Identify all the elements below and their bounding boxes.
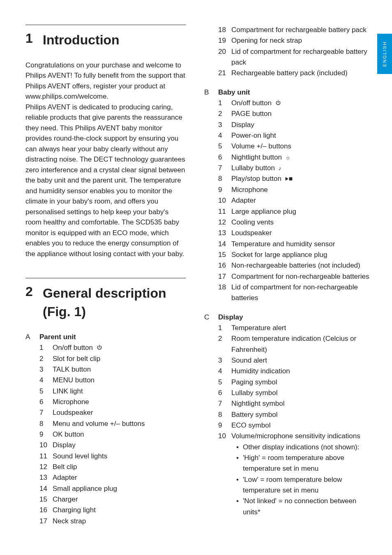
list-item: 9ECO symbol xyxy=(218,420,371,431)
music-note-icon: ♪ xyxy=(279,165,281,171)
list-item: 13Adapter xyxy=(39,472,193,483)
group-letter: B xyxy=(204,87,218,98)
group-a-header: A Parent unit xyxy=(25,332,193,342)
item-number: 3 xyxy=(218,120,231,130)
list-item: 7Lullaby button ♪ xyxy=(218,163,371,173)
item-text: TALK button xyxy=(53,364,193,375)
section-title: Introduction xyxy=(43,31,193,49)
list-item: 8Menu and volume +/– buttons xyxy=(39,419,193,429)
item-text: Nightlight button ☼ xyxy=(231,152,371,163)
item-number: 4 xyxy=(218,366,231,377)
item-text: Loudspeaker xyxy=(53,407,193,418)
list-item: 7Loudspeaker xyxy=(39,407,193,418)
section-2-heading: 2 General description (Fig. 1) xyxy=(25,284,193,321)
list-item: 10Volume/microphone sensitivity indicati… xyxy=(218,431,371,442)
item-text: On/off button xyxy=(53,342,193,353)
section-number: 1 xyxy=(25,31,43,49)
svg-marker-0 xyxy=(285,177,288,181)
item-number: 8 xyxy=(218,409,231,420)
list-item: 16Non-rechargeable batteries (not includ… xyxy=(218,260,371,271)
item-text: Charger xyxy=(53,494,193,505)
list-item: 3Display xyxy=(218,120,371,130)
list-item: 5LINK light xyxy=(39,386,193,397)
item-text: Rechargeable battery pack (included) xyxy=(231,68,371,79)
list-item: 18Lid of compartment for non-rechargeabl… xyxy=(218,282,371,304)
item-text: Lid of compartment for non-rechargeable … xyxy=(231,282,371,304)
item-text: Slot for belt clip xyxy=(53,354,193,364)
list-item: 5Paging symbol xyxy=(218,377,371,388)
list-item: 12Cooling vents xyxy=(218,217,371,228)
item-number: 10 xyxy=(218,431,231,442)
bullet-item: •Other display indications (not shown): xyxy=(232,442,371,453)
item-number: 17 xyxy=(218,271,231,282)
group-letter: C xyxy=(204,312,218,323)
group-a-items: 1On/off button 2Slot for belt clip3TALK … xyxy=(25,342,193,527)
item-text: Neck strap xyxy=(53,516,193,527)
item-text: Adapter xyxy=(53,472,193,483)
item-number: 13 xyxy=(39,472,53,483)
item-number: 6 xyxy=(39,397,53,407)
list-item: 9Microphone xyxy=(218,185,371,195)
item-text: Play/stop button xyxy=(231,173,371,184)
item-number: 11 xyxy=(39,451,53,462)
group-b-items: 1On/off button 2PAGE button3Display4Powe… xyxy=(204,98,371,304)
item-text: LINK light xyxy=(53,386,193,397)
power-icon xyxy=(275,100,281,106)
group-c-header: C Display xyxy=(204,312,371,323)
list-item: 1On/off button xyxy=(218,98,371,109)
item-text: Humidity indication xyxy=(231,366,371,377)
item-text: MENU button xyxy=(53,375,193,386)
item-number: 15 xyxy=(218,250,231,260)
language-tab-text: ENGLISH xyxy=(382,41,387,67)
list-item: 10Display xyxy=(39,440,193,451)
list-item: 11Large appliance plug xyxy=(218,206,371,217)
item-text: Sound alert xyxy=(231,355,371,366)
item-number: 2 xyxy=(39,354,53,364)
item-number: 12 xyxy=(39,462,53,472)
item-text: Socket for large appliance plug xyxy=(231,250,371,260)
item-number: 17 xyxy=(39,516,53,527)
list-item: 8Play/stop button xyxy=(218,173,371,184)
group-c-bullets-wrap: •Other display indications (not shown):•… xyxy=(204,442,371,518)
list-item: 17Neck strap xyxy=(39,516,193,527)
item-number: 19 xyxy=(218,35,231,46)
item-text: Microphone xyxy=(231,185,371,195)
item-number: 10 xyxy=(218,195,231,206)
intro-paragraph: Congratulations on your purchase and wel… xyxy=(25,60,186,259)
list-item: 9OK button xyxy=(39,429,193,440)
bullet-dot: • xyxy=(232,442,243,453)
item-text: Cooling vents xyxy=(231,217,371,228)
item-text: Microphone xyxy=(53,397,193,407)
item-text: Charging light xyxy=(53,505,193,516)
item-text: Compartment for non-rechargeable batteri… xyxy=(231,271,371,282)
item-text: Volume/microphone sensitivity indication… xyxy=(231,431,371,442)
item-text: Room temperature indication (Celcius or … xyxy=(231,333,371,355)
group-letter: A xyxy=(25,332,39,342)
bullet-dot: • xyxy=(232,496,243,518)
list-item: 8Battery symbol xyxy=(218,409,371,420)
item-number: 3 xyxy=(218,355,231,366)
item-text: Paging symbol xyxy=(231,377,371,388)
list-item: 13Loudspeaker xyxy=(218,228,371,238)
item-text: Non-rechargeable batteries (not included… xyxy=(231,260,371,271)
group-c-bullets: •Other display indications (not shown):•… xyxy=(218,442,371,518)
section-1-heading: 1 Introduction xyxy=(25,31,193,49)
item-number: 20 xyxy=(218,46,231,68)
list-item: 1On/off button xyxy=(39,342,193,353)
list-item: 17Compartment for non-rechargeable batte… xyxy=(218,271,371,282)
list-item: 2Room temperature indication (Celcius or… xyxy=(218,333,371,355)
item-number: 6 xyxy=(218,388,231,398)
item-text: Power-on light xyxy=(231,130,371,141)
bullet-text: 'High' = room temperature above temperat… xyxy=(243,453,371,474)
item-number: 6 xyxy=(218,152,231,163)
group-title: Parent unit xyxy=(39,332,76,342)
list-item: 2Slot for belt clip xyxy=(39,354,193,364)
list-item: 10Adapter xyxy=(218,195,371,206)
sun-icon: ☼ xyxy=(286,154,291,161)
list-item: 4Humidity indication xyxy=(218,366,371,377)
item-number: 14 xyxy=(218,239,231,250)
bullet-dot: • xyxy=(232,474,243,496)
item-text: Temperature alert xyxy=(231,323,371,333)
list-item: 3Sound alert xyxy=(218,355,371,366)
item-number: 21 xyxy=(218,68,231,79)
